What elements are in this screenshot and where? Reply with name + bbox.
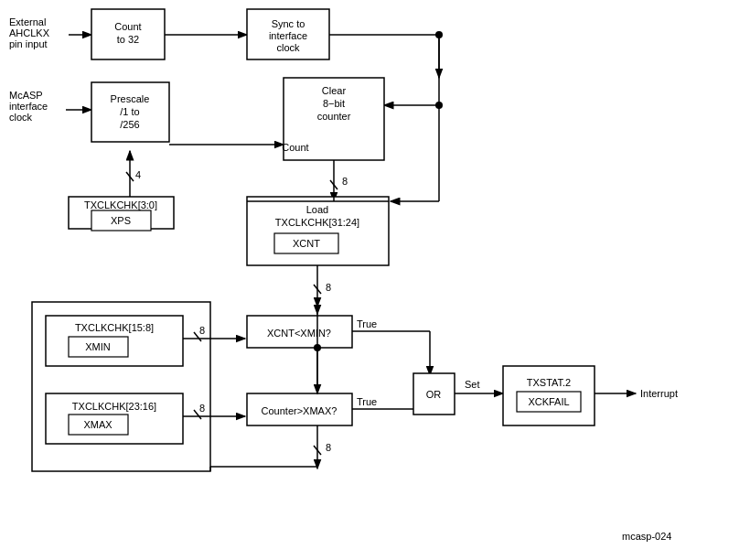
txclkchk158-label: TXCLKCHK[15:8] xyxy=(75,322,154,333)
num-8-4: 8 xyxy=(199,403,205,414)
num-8-3: 8 xyxy=(199,325,205,336)
prescale-label3: /256 xyxy=(120,119,139,130)
prescale-label1: Prescale xyxy=(111,93,150,104)
8bit-label: 8−bit xyxy=(323,98,345,109)
count-input-label: Count xyxy=(282,142,308,153)
clear-label: Clear xyxy=(322,85,347,96)
sync-label1: Sync to xyxy=(272,18,305,29)
prescale-label2: /1 to xyxy=(120,106,139,117)
txclkchk2316-label: TXCLKCHK[23:16] xyxy=(72,401,156,412)
true-label-1: True xyxy=(357,318,377,329)
mcasp-label3: clock xyxy=(9,112,33,123)
xmax-label: XMAX xyxy=(83,419,112,430)
sync-label3: clock xyxy=(276,42,300,53)
xps-label: XPS xyxy=(111,215,131,226)
xcnt-xmin-label: XCNT<XMIN? xyxy=(267,328,331,339)
external-ahclkx-label2: AHCLKX xyxy=(9,27,50,38)
caption: mcasp-024 xyxy=(622,531,671,542)
num-8-1: 8 xyxy=(342,176,348,187)
mcasp-label2: interface xyxy=(9,101,48,112)
set-label: Set xyxy=(465,379,480,390)
txclkchk30-label: TXCLKCHK[3:0] xyxy=(84,199,157,210)
true-label-2: True xyxy=(357,396,377,407)
num-8-2: 8 xyxy=(326,282,331,293)
external-ahclkx-label: External xyxy=(9,16,46,27)
count-label: Count xyxy=(114,21,141,32)
svg-point-41 xyxy=(314,344,321,351)
mcasp-label1: McASP xyxy=(9,90,43,101)
or-label: OR xyxy=(426,389,442,400)
interrupt-label: Interrupt xyxy=(640,388,678,399)
txclkchk3124-label: TXCLKCHK[31:24] xyxy=(275,217,359,228)
xmin-label: XMIN xyxy=(85,341,111,352)
external-ahclkx-label3: pin input xyxy=(9,38,48,49)
load-label: Load xyxy=(306,204,328,215)
to-32-label: to 32 xyxy=(117,34,139,45)
sync-label2: interface xyxy=(269,30,307,41)
counter-xmax-label: Counter>XMAX? xyxy=(262,405,338,416)
txstat2-label: TXSTAT.2 xyxy=(527,377,572,388)
num-8-bottom: 8 xyxy=(326,442,331,453)
xcnt-label: XCNT xyxy=(293,238,320,249)
counter-label: counter xyxy=(317,111,351,122)
num-4: 4 xyxy=(135,169,141,180)
xckfail-label: XCKFAIL xyxy=(528,396,569,407)
